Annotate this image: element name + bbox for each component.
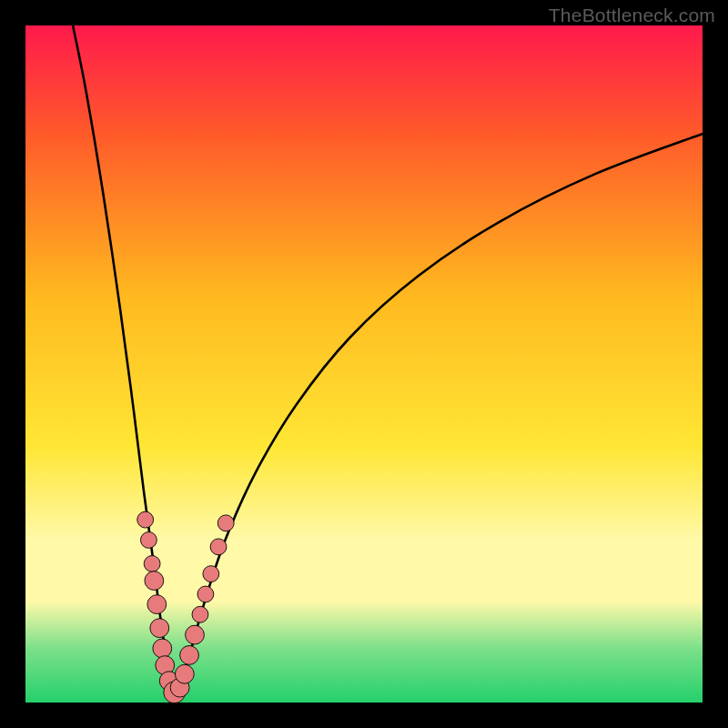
data-point [210,539,227,555]
data-point [144,556,160,572]
bottleneck-curve [25,25,703,703]
data-point [217,515,234,531]
data-point [186,625,205,644]
data-point [153,639,172,658]
data-point [192,606,208,622]
watermark-text: TheBottleneck.com [549,5,715,26]
data-point [197,586,214,602]
data-point [137,511,154,528]
data-point [175,664,194,683]
plot-area [25,25,703,703]
data-point [150,619,169,638]
data-point [180,646,199,665]
data-point [147,595,167,614]
chart-frame: TheBottleneck.com [0,0,728,728]
data-point [140,532,157,549]
data-point [203,566,219,582]
data-point [145,571,164,591]
